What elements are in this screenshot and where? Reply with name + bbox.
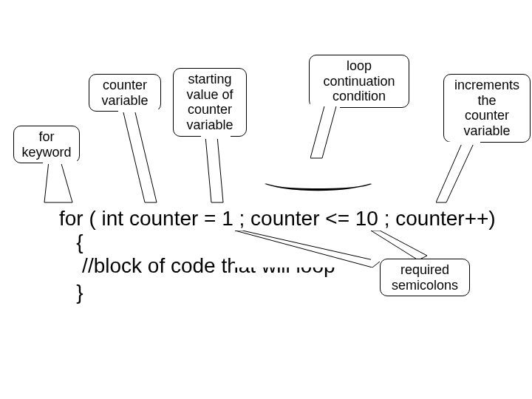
svg-marker-0 bbox=[44, 161, 72, 202]
pointer-for-keyword bbox=[43, 161, 80, 205]
svg-rect-9 bbox=[461, 142, 476, 145]
callout-for-keyword-text: for keyword bbox=[21, 129, 71, 160]
callout-starting-value-text: starting value of counter variable bbox=[186, 72, 233, 132]
callout-counter-variable-text: counter variable bbox=[101, 78, 148, 108]
svg-marker-2 bbox=[123, 109, 157, 202]
svg-rect-3 bbox=[121, 109, 136, 112]
callout-increments-text: increments the counter variable bbox=[454, 78, 519, 138]
brace-loop-condition: ⏝ bbox=[262, 160, 376, 194]
callout-semicolons: required semicolons bbox=[380, 259, 470, 296]
callout-starting-value: starting value of counter variable bbox=[173, 68, 247, 137]
svg-rect-7 bbox=[324, 103, 338, 106]
pointer-counter-variable bbox=[118, 109, 163, 205]
svg-rect-1 bbox=[47, 161, 62, 164]
pointer-starting-value bbox=[201, 136, 231, 205]
pointer-semicolon-2 bbox=[371, 231, 430, 262]
code-line-4: } bbox=[59, 281, 83, 304]
pointer-increments bbox=[436, 142, 480, 205]
callout-loop-condition-text: loop continuation condition bbox=[323, 58, 395, 103]
callout-for-keyword: for keyword bbox=[13, 126, 80, 163]
svg-marker-8 bbox=[436, 142, 474, 202]
pointer-semicolon-1 bbox=[235, 231, 383, 267]
pointer-loop-condition bbox=[310, 103, 340, 161]
svg-rect-5 bbox=[204, 136, 219, 139]
callout-counter-variable: counter variable bbox=[89, 74, 161, 112]
svg-marker-10 bbox=[235, 231, 380, 267]
callout-increments: increments the counter variable bbox=[443, 74, 531, 143]
callout-loop-condition: loop continuation condition bbox=[309, 55, 409, 108]
callout-semicolons-text: required semicolons bbox=[392, 262, 458, 293]
code-line-1: for ( int counter = 1 ; counter <= 10 ; … bbox=[59, 207, 496, 231]
svg-marker-11 bbox=[371, 231, 427, 260]
code-line-2: { bbox=[59, 231, 83, 254]
svg-marker-4 bbox=[205, 136, 223, 202]
svg-marker-6 bbox=[310, 103, 337, 158]
